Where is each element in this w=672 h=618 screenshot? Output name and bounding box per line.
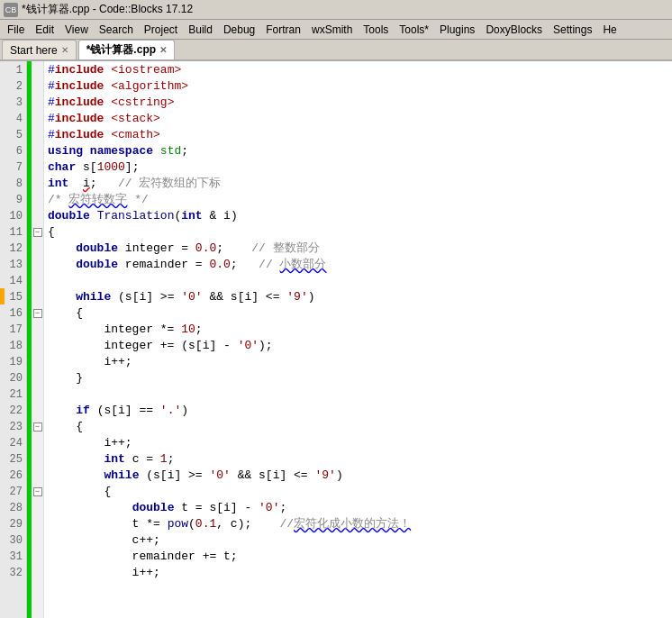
fold-margin: − − − − <box>32 61 44 618</box>
line-numbers: 1 2 3 4 5 6 7 8 9 10 11 12 13 14 15 16 1… <box>0 61 27 618</box>
fold-21 <box>32 386 43 403</box>
code-line-14 <box>48 273 668 289</box>
code-line-5: #include <cmath> <box>48 127 668 143</box>
line-num-25: 25 <box>0 451 26 468</box>
fold-14 <box>32 273 43 289</box>
line-num-10: 10 <box>0 208 26 224</box>
code-line-7: char s[1000]; <box>48 159 668 176</box>
menu-he[interactable]: He <box>597 22 622 38</box>
code-line-6: using namespace std; <box>48 143 668 159</box>
line-num-13: 13 <box>0 257 26 273</box>
menu-debug[interactable]: Debug <box>218 22 260 38</box>
line-num-18: 18 <box>0 338 26 354</box>
code-line-9: /* 宏符转数字 */ <box>48 192 668 208</box>
line-num-5: 5 <box>0 127 26 143</box>
menu-fortran[interactable]: Fortran <box>260 22 306 38</box>
code-line-22: if (s[i] == '.') <box>48 403 668 419</box>
line-num-31: 31 <box>0 549 26 565</box>
fold-17 <box>32 322 43 338</box>
fold-9 <box>32 192 43 208</box>
menu-wxsmith[interactable]: wxSmith <box>306 22 358 38</box>
fold-30 <box>32 532 43 549</box>
fold-15 <box>32 289 43 305</box>
fold-29 <box>32 516 43 532</box>
code-line-30: c++; <box>48 532 668 549</box>
line-num-3: 3 <box>0 95 26 111</box>
menu-view[interactable]: View <box>59 22 94 38</box>
code-line-3: #include <cstring> <box>48 95 668 111</box>
line-num-4: 4 <box>0 111 26 127</box>
code-line-13: double remainder = 0.0; // 小数部分 <box>48 257 668 273</box>
bookmark-indicator <box>0 288 5 304</box>
line-num-17: 17 <box>0 322 26 338</box>
line-num-24: 24 <box>0 435 26 451</box>
code-line-23: { <box>48 419 668 435</box>
line-num-6: 6 <box>0 143 26 159</box>
code-line-25: int c = 1; <box>48 451 668 468</box>
fold-7 <box>32 159 43 176</box>
menu-plugins[interactable]: Plugins <box>434 22 480 38</box>
fold-18 <box>32 338 43 354</box>
fold-23[interactable]: − <box>32 419 43 435</box>
menu-edit[interactable]: Edit <box>30 22 59 38</box>
line-num-26: 26 <box>0 468 26 484</box>
fold-32 <box>32 565 43 581</box>
fold-19 <box>32 354 43 370</box>
menu-doxyblocks[interactable]: DoxyBlocks <box>480 22 548 38</box>
tab-close-icon[interactable]: ✕ <box>61 45 68 55</box>
tab-calculator[interactable]: *钱计算器.cpp ✕ <box>78 40 175 59</box>
line-num-21: 21 <box>0 386 26 403</box>
line-num-2: 2 <box>0 78 26 95</box>
fold-27[interactable]: − <box>32 484 43 500</box>
line-num-16: 16 <box>0 305 26 322</box>
line-num-20: 20 <box>0 370 26 386</box>
line-num-1: 1 <box>0 62 26 78</box>
tab-label: Start here <box>10 44 58 57</box>
line-num-7: 7 <box>0 159 26 176</box>
line-num-14: 14 <box>0 273 26 289</box>
code-line-29: t *= pow(0.1, c); //宏符化成小数的方法！ <box>48 516 668 532</box>
menu-settings[interactable]: Settings <box>548 22 597 38</box>
line-num-12: 12 <box>0 241 26 257</box>
app-icon: CB <box>4 3 18 17</box>
fold-11[interactable]: − <box>32 224 43 241</box>
menu-file[interactable]: File <box>2 22 30 38</box>
editor-area: 1 2 3 4 5 6 7 8 9 10 11 12 13 14 15 16 1… <box>0 61 672 618</box>
fold-28 <box>32 500 43 516</box>
code-line-1: #include <iostream> <box>48 62 668 78</box>
menu-bar: File Edit View Search Project Build Debu… <box>0 20 672 40</box>
fold-1 <box>32 62 43 78</box>
window-title: *钱计算器.cpp - Code::Blocks 17.12 <box>22 2 193 17</box>
menu-search[interactable]: Search <box>94 22 139 38</box>
code-line-8: int i; // 宏符数组的下标 <box>48 176 668 192</box>
code-line-15: while (s[i] >= '0' && s[i] <= '9') <box>48 289 668 305</box>
code-line-11: { <box>48 224 668 241</box>
menu-build[interactable]: Build <box>183 22 218 38</box>
line-num-9: 9 <box>0 192 26 208</box>
menu-tools[interactable]: Tools <box>358 22 394 38</box>
title-bar: CB *钱计算器.cpp - Code::Blocks 17.12 <box>0 0 672 20</box>
code-line-2: #include <algorithm> <box>48 78 668 95</box>
fold-5 <box>32 127 43 143</box>
code-editor[interactable]: #include <iostream> #include <algorithm>… <box>44 61 672 618</box>
tab-label: *钱计算器.cpp <box>86 42 156 58</box>
line-num-11: 11 <box>0 224 26 241</box>
fold-22 <box>32 403 43 419</box>
code-line-12: double integer = 0.0; // 整数部分 <box>48 241 668 257</box>
menu-project[interactable]: Project <box>139 22 183 38</box>
menu-tools-star[interactable]: Tools* <box>394 22 434 38</box>
code-line-18: integer += (s[i] - '0'); <box>48 338 668 354</box>
line-num-29: 29 <box>0 516 26 532</box>
tab-start-here[interactable]: Start here ✕ <box>2 40 77 59</box>
fold-3 <box>32 95 43 111</box>
code-line-27: { <box>48 484 668 500</box>
fold-2 <box>32 78 43 95</box>
code-line-32: i++; <box>48 565 668 581</box>
tab-close-icon[interactable]: ✕ <box>159 45 167 55</box>
code-line-31: remainder += t; <box>48 549 668 565</box>
code-line-10: double Translation(int & i) <box>48 208 668 224</box>
fold-10 <box>32 208 43 224</box>
line-num-32: 32 <box>0 565 26 581</box>
line-num-8: 8 <box>0 176 26 192</box>
fold-16[interactable]: − <box>32 305 43 322</box>
